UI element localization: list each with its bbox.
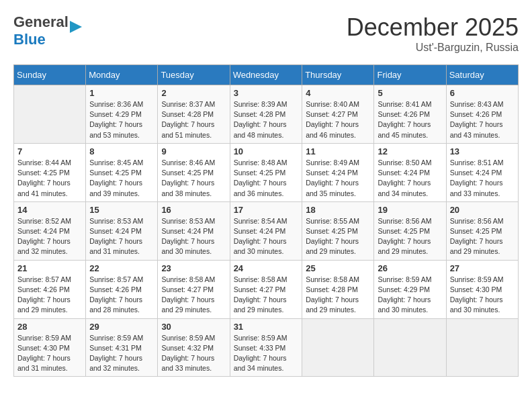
day-info: Sunrise: 8:52 AMSunset: 4:24 PMDaylight:… — [17, 216, 82, 257]
day-number: 30 — [161, 322, 226, 332]
calendar-week-row: 7Sunrise: 8:44 AMSunset: 4:25 PMDaylight… — [14, 143, 519, 201]
weekday-header-monday: Monday — [86, 65, 158, 85]
day-number: 17 — [234, 205, 299, 215]
day-number: 21 — [17, 263, 82, 273]
logo-blue: Blue — [13, 31, 69, 48]
day-number: 22 — [89, 263, 154, 273]
calendar-table: SundayMondayTuesdayWednesdayThursdayFrid… — [13, 64, 519, 377]
day-info: Sunrise: 8:36 AMSunset: 4:29 PMDaylight:… — [89, 99, 154, 140]
day-info: Sunrise: 8:40 AMSunset: 4:27 PMDaylight:… — [306, 99, 370, 140]
calendar-week-row: 1Sunrise: 8:36 AMSunset: 4:29 PMDaylight… — [14, 85, 519, 144]
calendar-week-row: 14Sunrise: 8:52 AMSunset: 4:24 PMDayligh… — [14, 201, 519, 260]
day-number: 25 — [306, 263, 370, 273]
calendar-cell: 10Sunrise: 8:48 AMSunset: 4:25 PMDayligh… — [230, 143, 302, 201]
day-number: 29 — [89, 322, 154, 332]
calendar-cell — [374, 318, 446, 377]
calendar-cell: 21Sunrise: 8:57 AMSunset: 4:26 PMDayligh… — [14, 260, 86, 318]
day-info: Sunrise: 8:45 AMSunset: 4:25 PMDaylight:… — [89, 158, 154, 199]
day-number: 15 — [89, 205, 154, 215]
day-info: Sunrise: 8:37 AMSunset: 4:28 PMDaylight:… — [161, 99, 226, 140]
day-number: 18 — [306, 205, 370, 215]
day-number: 1 — [89, 88, 154, 98]
day-info: Sunrise: 8:43 AMSunset: 4:26 PMDaylight:… — [450, 99, 515, 140]
svg-marker-0 — [70, 21, 82, 33]
day-info: Sunrise: 8:58 AMSunset: 4:27 PMDaylight:… — [234, 275, 299, 316]
day-info: Sunrise: 8:59 AMSunset: 4:30 PMDaylight:… — [450, 275, 515, 316]
day-info: Sunrise: 8:56 AMSunset: 4:25 PMDaylight:… — [378, 216, 442, 257]
calendar-week-row: 21Sunrise: 8:57 AMSunset: 4:26 PMDayligh… — [14, 260, 519, 318]
calendar-cell: 2Sunrise: 8:37 AMSunset: 4:28 PMDaylight… — [158, 85, 230, 144]
day-info: Sunrise: 8:56 AMSunset: 4:25 PMDaylight:… — [450, 216, 515, 257]
calendar-cell: 3Sunrise: 8:39 AMSunset: 4:28 PMDaylight… — [230, 85, 302, 144]
calendar-cell: 22Sunrise: 8:57 AMSunset: 4:26 PMDayligh… — [86, 260, 158, 318]
day-info: Sunrise: 8:57 AMSunset: 4:26 PMDaylight:… — [89, 275, 154, 316]
calendar-cell: 19Sunrise: 8:56 AMSunset: 4:25 PMDayligh… — [374, 201, 446, 260]
calendar-cell: 8Sunrise: 8:45 AMSunset: 4:25 PMDaylight… — [86, 143, 158, 201]
day-number: 12 — [378, 146, 442, 156]
day-info: Sunrise: 8:44 AMSunset: 4:25 PMDaylight:… — [17, 158, 82, 199]
day-number: 20 — [450, 205, 515, 215]
day-info: Sunrise: 8:58 AMSunset: 4:28 PMDaylight:… — [306, 275, 370, 316]
day-info: Sunrise: 8:53 AMSunset: 4:24 PMDaylight:… — [89, 216, 154, 257]
day-info: Sunrise: 8:39 AMSunset: 4:28 PMDaylight:… — [234, 99, 299, 140]
location: Ust'-Barguzin, Russia — [347, 42, 519, 54]
day-number: 28 — [17, 322, 82, 332]
calendar-cell: 1Sunrise: 8:36 AMSunset: 4:29 PMDaylight… — [86, 85, 158, 144]
title-block: December 2025 Ust'-Barguzin, Russia — [347, 13, 519, 54]
day-number: 27 — [450, 263, 515, 273]
day-info: Sunrise: 8:59 AMSunset: 4:30 PMDaylight:… — [17, 333, 82, 374]
calendar-cell: 13Sunrise: 8:51 AMSunset: 4:24 PMDayligh… — [446, 143, 518, 201]
calendar-cell: 9Sunrise: 8:46 AMSunset: 4:25 PMDaylight… — [158, 143, 230, 201]
day-number: 11 — [306, 146, 370, 156]
calendar-cell: 24Sunrise: 8:58 AMSunset: 4:27 PMDayligh… — [230, 260, 302, 318]
calendar-cell: 20Sunrise: 8:56 AMSunset: 4:25 PMDayligh… — [446, 201, 518, 260]
day-number: 13 — [450, 146, 515, 156]
calendar-week-row: 28Sunrise: 8:59 AMSunset: 4:30 PMDayligh… — [14, 318, 519, 377]
day-info: Sunrise: 8:59 AMSunset: 4:32 PMDaylight:… — [161, 333, 226, 374]
day-number: 9 — [161, 146, 226, 156]
day-info: Sunrise: 8:59 AMSunset: 4:29 PMDaylight:… — [378, 275, 442, 316]
weekday-header-thursday: Thursday — [302, 65, 374, 85]
calendar-cell: 30Sunrise: 8:59 AMSunset: 4:32 PMDayligh… — [158, 318, 230, 377]
weekday-row: SundayMondayTuesdayWednesdayThursdayFrid… — [14, 65, 519, 85]
day-number: 2 — [161, 88, 226, 98]
day-number: 7 — [17, 146, 82, 156]
day-number: 10 — [234, 146, 299, 156]
day-info: Sunrise: 8:49 AMSunset: 4:24 PMDaylight:… — [306, 158, 370, 199]
calendar-cell: 26Sunrise: 8:59 AMSunset: 4:29 PMDayligh… — [374, 260, 446, 318]
day-number: 16 — [161, 205, 226, 215]
day-info: Sunrise: 8:57 AMSunset: 4:26 PMDaylight:… — [17, 275, 82, 316]
calendar-cell — [302, 318, 374, 377]
calendar-cell: 18Sunrise: 8:55 AMSunset: 4:25 PMDayligh… — [302, 201, 374, 260]
day-number: 5 — [378, 88, 442, 98]
calendar-cell: 27Sunrise: 8:59 AMSunset: 4:30 PMDayligh… — [446, 260, 518, 318]
calendar-cell: 15Sunrise: 8:53 AMSunset: 4:24 PMDayligh… — [86, 201, 158, 260]
day-number: 8 — [89, 146, 154, 156]
calendar-cell: 7Sunrise: 8:44 AMSunset: 4:25 PMDaylight… — [14, 143, 86, 201]
day-number: 4 — [306, 88, 370, 98]
logo-triangle-icon — [69, 19, 83, 34]
weekday-header-tuesday: Tuesday — [158, 65, 230, 85]
day-info: Sunrise: 8:54 AMSunset: 4:24 PMDaylight:… — [234, 216, 299, 257]
calendar-body: 1Sunrise: 8:36 AMSunset: 4:29 PMDaylight… — [14, 85, 519, 377]
page-header: General Blue December 2025 Ust'-Barguzin… — [13, 13, 519, 54]
calendar-cell — [446, 318, 518, 377]
day-info: Sunrise: 8:51 AMSunset: 4:24 PMDaylight:… — [450, 158, 515, 199]
calendar-cell: 28Sunrise: 8:59 AMSunset: 4:30 PMDayligh… — [14, 318, 86, 377]
calendar-cell: 11Sunrise: 8:49 AMSunset: 4:24 PMDayligh… — [302, 143, 374, 201]
calendar-cell: 16Sunrise: 8:53 AMSunset: 4:24 PMDayligh… — [158, 201, 230, 260]
calendar-cell: 12Sunrise: 8:50 AMSunset: 4:24 PMDayligh… — [374, 143, 446, 201]
calendar-header: SundayMondayTuesdayWednesdayThursdayFrid… — [14, 65, 519, 85]
calendar-cell: 6Sunrise: 8:43 AMSunset: 4:26 PMDaylight… — [446, 85, 518, 144]
day-number: 19 — [378, 205, 442, 215]
day-number: 23 — [161, 263, 226, 273]
calendar-cell: 29Sunrise: 8:59 AMSunset: 4:31 PMDayligh… — [86, 318, 158, 377]
day-number: 26 — [378, 263, 442, 273]
day-number: 3 — [234, 88, 299, 98]
calendar-cell: 23Sunrise: 8:58 AMSunset: 4:27 PMDayligh… — [158, 260, 230, 318]
calendar-cell: 17Sunrise: 8:54 AMSunset: 4:24 PMDayligh… — [230, 201, 302, 260]
day-info: Sunrise: 8:55 AMSunset: 4:25 PMDaylight:… — [306, 216, 370, 257]
weekday-header-saturday: Saturday — [446, 65, 518, 85]
calendar-cell: 31Sunrise: 8:59 AMSunset: 4:33 PMDayligh… — [230, 318, 302, 377]
calendar-cell: 4Sunrise: 8:40 AMSunset: 4:27 PMDaylight… — [302, 85, 374, 144]
